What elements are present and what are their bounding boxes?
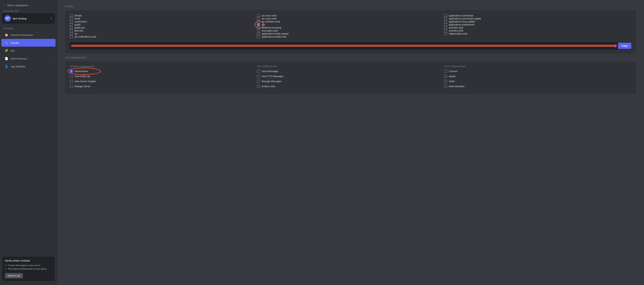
dev-license-item-2: Run Alpha and Beta tests for your game	[8, 267, 52, 271]
perm-view-server-insights-label: View Server Insights	[74, 80, 96, 83]
scopes-col1: identify email connections guilds guilds…	[70, 14, 257, 38]
sidebar-item-rich-presence[interactable]: 📄 Rich Presence ›	[1, 55, 56, 62]
perm-manage-messages-checkbox[interactable]	[257, 80, 260, 83]
app-name: Bot Testing	[13, 17, 48, 20]
scope-applications-entitlements: applications.entitlements	[444, 23, 631, 26]
scope-rpc-notifications-checkbox[interactable]	[70, 35, 73, 38]
sidebar: ← Back to Applications SELECTED APP BT B…	[0, 0, 57, 285]
sidebar-item-app-whitelist[interactable]: 👤 App Whitelist	[1, 62, 56, 70]
perm-send-messages-label: Send Messages	[262, 70, 278, 72]
perm-mute-members: Mute Members	[444, 85, 631, 88]
perm-connect-checkbox[interactable]	[444, 70, 447, 73]
scopes-grid: identify email connections guilds guilds…	[70, 14, 631, 38]
scope-rpc-voice-read: rpc.voice.read	[257, 14, 444, 17]
scopes-col2: rpc.voice.read rpc.voice.write rpc.activ…	[257, 14, 444, 38]
check-it-out-button[interactable]: Check it out	[5, 273, 23, 278]
scope-guilds-label: guilds	[74, 23, 81, 26]
scope-relationships-read-checkbox[interactable]	[444, 32, 447, 35]
scope-identify-checkbox[interactable]	[70, 14, 73, 17]
scope-applications-builds-upload-checkbox[interactable]	[257, 32, 260, 35]
scope-applications-store-update-checkbox[interactable]	[444, 20, 447, 23]
text-permissions-header: TEXT PERMISSIONS	[257, 66, 444, 68]
scope-applications-builds-upload: applications.builds.upload	[257, 32, 444, 35]
scope-rpc-label: rpc	[74, 32, 78, 35]
perm-view-audit-log-checkbox[interactable]	[70, 75, 73, 78]
sidebar-item-rich-presence-label: Rich Presence	[11, 57, 27, 60]
perm-speak-checkbox[interactable]	[444, 75, 447, 78]
sidebar-nav: 🏠 General Information 🔧 OAuth2 🧩 Bot 📄 R…	[0, 31, 57, 70]
sidebar-item-oauth2[interactable]: 🔧 OAuth2	[1, 39, 56, 46]
scope-rpc-activities-write-checkbox[interactable]	[257, 20, 260, 23]
perm-manage-server: Manage Server	[70, 85, 257, 88]
perm-view-audit-log-label: View Audit Log	[74, 75, 90, 78]
scope-activities-read-label: activities.read	[449, 26, 463, 29]
app-selector[interactable]: BT Bot Testing ▼	[2, 14, 55, 24]
scope-activities-write-checkbox[interactable]	[444, 29, 447, 32]
scope-gdm-join: gdm.join	[70, 29, 257, 32]
scope-applications-entitlements-checkbox[interactable]	[444, 23, 447, 26]
perm-send-tts-messages-label: Send TTS Messages	[262, 75, 284, 78]
app-chevron-icon: ▼	[50, 17, 52, 20]
dev-license-item-1: Create store pages in your server	[8, 264, 52, 267]
perm-send-tts-messages-checkbox[interactable]	[257, 75, 260, 78]
perm-administrator-checkbox[interactable]	[70, 70, 73, 73]
scope-rpc-voice-write-checkbox[interactable]	[257, 17, 260, 20]
scope-guilds-checkbox[interactable]	[70, 23, 73, 26]
dev-license-title: DEVELOPER LICENSE	[5, 260, 52, 262]
perm-send-messages-checkbox[interactable]	[257, 70, 260, 73]
scope-applications-builds-read-checkbox[interactable]	[257, 35, 260, 38]
scope-applications-entitlements-label: applications.entitlements	[449, 23, 474, 26]
sidebar-item-bot[interactable]: 🧩 Bot	[1, 47, 56, 54]
scope-guilds-join: guilds.join	[70, 26, 257, 29]
scope-webhook-incoming-checkbox[interactable]	[257, 26, 260, 29]
scope-relationships-read-label: relationships.read	[449, 32, 468, 35]
general-permissions-header: GENERAL PERMISSIONS	[70, 66, 257, 68]
scopes-section-label: SCOPES	[65, 5, 636, 8]
scope-applications-commands-label: applications.commands	[449, 14, 473, 17]
scope-connections: connections	[70, 20, 257, 23]
scope-messages-read-checkbox[interactable]	[257, 29, 260, 32]
sidebar-item-general[interactable]: 🏠 General Information	[1, 31, 56, 39]
scope-guilds: guilds	[70, 23, 257, 26]
perm-manage-server-checkbox[interactable]	[70, 85, 73, 88]
copy-button[interactable]: Copy	[618, 43, 631, 49]
scope-applications-commands-update-label: applications.commands.update	[449, 17, 481, 20]
perm-view-server-insights-checkbox[interactable]	[70, 80, 73, 83]
scope-rpc-voice-read-checkbox[interactable]	[257, 14, 260, 17]
perm-embed-links-checkbox[interactable]	[257, 85, 260, 88]
scope-rpc-voice-read-label: rpc.voice.read	[262, 14, 276, 17]
perm-video-label: Video	[449, 80, 455, 83]
scope-bot-label: bot	[262, 23, 265, 26]
scope-rpc-activities-write: rpc.activities.write	[257, 20, 444, 23]
url-copy-row: https://discord.com/api/oauth2/authorize…	[70, 42, 631, 49]
scope-rpc-notifications: rpc.notifications.read	[70, 35, 257, 38]
home-icon: 🏠	[4, 33, 8, 37]
scope-relationships-read: relationships.read	[444, 32, 631, 35]
scope-guilds-join-label: guilds.join	[74, 26, 85, 29]
perm-video-checkbox[interactable]	[444, 80, 447, 83]
selected-app-label: SELECTED APP	[0, 10, 57, 14]
scope-activities-read: activities.read	[444, 26, 631, 29]
scope-applications-commands-checkbox[interactable]	[444, 14, 447, 17]
scope-gdm-join-checkbox[interactable]	[70, 29, 73, 32]
scope-rpc-checkbox[interactable]	[70, 32, 73, 35]
perm-video: Video	[444, 80, 631, 83]
scope-email-checkbox[interactable]	[70, 17, 73, 20]
scopes-col3: applications.commands applications.comma…	[444, 14, 631, 38]
perm-embed-links: Embed Links	[257, 85, 444, 88]
scope-applications-commands-update-checkbox[interactable]	[444, 17, 447, 20]
settings-label: SETTINGS	[0, 28, 57, 31]
back-to-applications-link[interactable]: ← Back to Applications	[0, 4, 57, 10]
scope-connections-checkbox[interactable]	[70, 20, 73, 23]
sidebar-item-general-label: General Information	[11, 34, 33, 36]
perm-mute-members-checkbox[interactable]	[444, 85, 447, 88]
scope-guilds-join-checkbox[interactable]	[70, 26, 73, 29]
wrench-icon: 🔧	[4, 41, 8, 45]
voice-permissions-header: VOICE PERMISSIONS	[444, 66, 631, 68]
perm-manage-server-label: Manage Server	[74, 85, 90, 88]
back-label: Back to Applications	[8, 4, 28, 7]
scope-bot-checkbox[interactable]	[257, 23, 260, 26]
developer-license-card: DEVELOPER LICENSE Create store pages in …	[2, 256, 55, 281]
scope-activities-read-checkbox[interactable]	[444, 26, 447, 29]
scope-applications-builds-upload-label: applications.builds.upload	[262, 32, 288, 35]
